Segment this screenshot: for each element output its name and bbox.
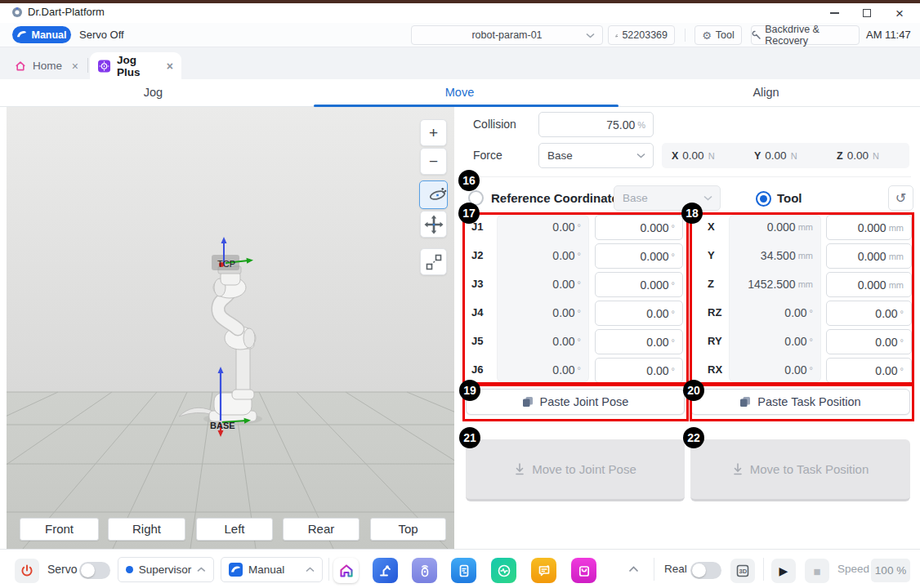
- paste-task-position-button[interactable]: Paste Task Position: [690, 389, 910, 415]
- servo-toggle[interactable]: [79, 562, 110, 579]
- orbit-rotate-button[interactable]: [419, 180, 448, 209]
- force-z-readout: Z0.00N: [827, 149, 909, 162]
- joint-j4-target-input[interactable]: 0.00°: [595, 301, 683, 326]
- pan-button[interactable]: [420, 211, 447, 238]
- chevron-down-icon: [703, 195, 712, 201]
- view-rear-button[interactable]: Rear: [283, 518, 360, 541]
- tab-jog-plus-close-icon[interactable]: ×: [167, 60, 173, 72]
- tab-home-close-icon[interactable]: ×: [72, 60, 78, 72]
- view-right-button[interactable]: Right: [108, 518, 185, 541]
- close-icon: ×: [895, 7, 904, 20]
- subtab-align[interactable]: Align: [613, 79, 919, 106]
- move-to-joint-pose-button[interactable]: Move to Joint Pose: [466, 439, 685, 501]
- force-readout: X0.00N Y0.00N Z0.00N: [662, 143, 909, 168]
- joint-j2-target-input[interactable]: 0.000°: [595, 243, 683, 269]
- dr-dart-platform-window: Dr.Dart-Platform × Manual Servo Off robo…: [0, 0, 920, 588]
- joint-j6-target-input[interactable]: 0.00°: [595, 358, 683, 383]
- paste-joint-pose-button[interactable]: Paste Joint Pose: [466, 389, 685, 415]
- joint-label-j1: J1: [471, 215, 483, 239]
- joint-j3-target-input[interactable]: 0.000°: [595, 272, 683, 297]
- maximize-button[interactable]: [851, 3, 883, 23]
- joint-j5-target-input[interactable]: 0.00°: [595, 329, 683, 354]
- backdrive-button-label: Backdrive & Recovery: [765, 24, 859, 47]
- measure-distance-button[interactable]: [420, 248, 447, 275]
- robot-param-select[interactable]: robot-param-01: [411, 25, 603, 45]
- stop-button[interactable]: ■: [805, 559, 829, 583]
- zoom-in-button[interactable]: +: [420, 119, 447, 146]
- robot-mode-select[interactable]: Manual: [221, 557, 323, 582]
- power-icon: [20, 564, 33, 577]
- task-label-x: X: [708, 215, 715, 239]
- task-y-target-input[interactable]: 0.000mm: [826, 243, 912, 269]
- task-label-z: Z: [708, 272, 714, 296]
- tab-home[interactable]: Home ×: [7, 52, 87, 79]
- reference-frame-select[interactable]: Base: [614, 185, 721, 211]
- report-app-icon[interactable]: [451, 558, 476, 583]
- mode-indicator-button[interactable]: Manual: [12, 26, 71, 43]
- backdrive-recovery-button[interactable]: Backdrive & Recovery: [751, 25, 860, 45]
- task-label-rz: RZ: [708, 301, 721, 325]
- task-label-y: Y: [708, 243, 715, 268]
- tab-jog-plus[interactable]: Jog Plus ×: [90, 52, 181, 79]
- task-rx-target-input[interactable]: 0.00°: [826, 358, 912, 383]
- real-sim-toggle[interactable]: [690, 562, 721, 579]
- robot-serial-box[interactable]: 52203369: [608, 25, 675, 45]
- joint-j1-target-input[interactable]: 0.000°: [595, 215, 683, 240]
- speed-value-box[interactable]: 100 %: [871, 559, 910, 582]
- toolbar-separator: [685, 29, 686, 42]
- reference-coordinates-radio[interactable]: [468, 190, 484, 206]
- titlebar[interactable]: Dr.Dart-Platform ×: [0, 3, 920, 23]
- home-app-icon[interactable]: [333, 558, 359, 583]
- robot-serial-number: 52203369: [622, 29, 668, 41]
- user-role-select[interactable]: Supervisor: [118, 557, 214, 582]
- minimize-icon: [830, 12, 839, 14]
- force-frame-select[interactable]: Base: [538, 143, 654, 168]
- chat-glyph: [536, 563, 552, 579]
- power-button[interactable]: [15, 559, 39, 583]
- subtab-move[interactable]: Move: [306, 79, 613, 106]
- play-button[interactable]: ▶: [771, 559, 796, 583]
- joint-label-j5: J5: [471, 329, 483, 354]
- remote-control-app-icon[interactable]: [412, 558, 437, 583]
- tool-radio[interactable]: [756, 191, 771, 207]
- tool-button[interactable]: ⚙ Tool: [694, 25, 742, 45]
- robot-3d-viewport[interactable]: TCP BASE: [7, 107, 454, 549]
- paste-icon: [739, 396, 751, 408]
- speed-label: Speed: [837, 550, 869, 588]
- 3d-view-button[interactable]: 3D: [730, 559, 755, 583]
- wrench-icon: [752, 30, 761, 40]
- monitor-app-icon[interactable]: [491, 558, 516, 583]
- view-top-button[interactable]: Top: [370, 518, 446, 541]
- app-logo-icon: [11, 7, 23, 18]
- pan-icon: [424, 215, 444, 234]
- manual-mode-icon: [16, 29, 27, 40]
- store-app-icon[interactable]: [571, 558, 596, 583]
- joint-j6-current: 0.00°: [497, 358, 589, 382]
- jog-plus-subtabs: Jog Move Align: [0, 79, 920, 107]
- task-x-target-input[interactable]: 0.000mm: [826, 215, 912, 240]
- jog-app-icon[interactable]: [373, 558, 398, 583]
- task-ry-target-input[interactable]: 0.00°: [826, 329, 912, 354]
- message-app-icon[interactable]: [531, 558, 556, 583]
- joint-label-j2: J2: [471, 243, 483, 268]
- robot-3d-scene: TCP BASE: [7, 107, 454, 549]
- tcp-label: TCP: [217, 259, 235, 269]
- task-rz-target-input[interactable]: 0.00°: [826, 301, 912, 326]
- task-z-target-input[interactable]: 0.000mm: [826, 272, 912, 297]
- dock-expand-chevron-up-icon[interactable]: [628, 566, 639, 572]
- minimize-button[interactable]: [818, 3, 851, 23]
- move-to-task-position-button[interactable]: Move to Task Position: [690, 439, 910, 501]
- view-front-button[interactable]: Front: [20, 518, 99, 541]
- document-glyph: [456, 563, 472, 579]
- task-ry-current: 0.00°: [729, 329, 821, 354]
- view-left-button[interactable]: Left: [196, 518, 273, 541]
- subtab-jog[interactable]: Jog: [0, 79, 306, 106]
- zoom-out-button[interactable]: −: [420, 148, 447, 175]
- collision-input[interactable]: 75.00%: [538, 112, 654, 137]
- maximize-icon: [863, 9, 871, 17]
- servo-status-text: Servo Off: [79, 23, 124, 47]
- close-button[interactable]: ×: [883, 3, 916, 23]
- tab-divider: [87, 58, 88, 73]
- task-rz-current: 0.00°: [729, 301, 821, 325]
- reset-values-button[interactable]: ↺: [888, 185, 913, 211]
